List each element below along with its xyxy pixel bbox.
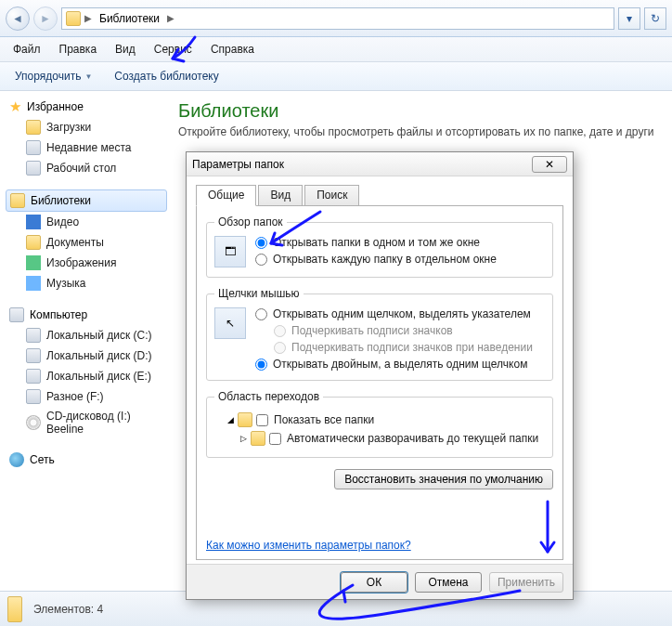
help-link[interactable]: Как можно изменить параметры папок? xyxy=(206,539,411,552)
sidebar-item-drive-e[interactable]: Локальный диск (E:) xyxy=(6,366,167,386)
music-icon xyxy=(26,276,41,291)
navpane-tree-root[interactable]: ◢ Показать все папки xyxy=(214,411,545,429)
sidebar-group-label: Компьютер xyxy=(30,308,87,321)
recent-icon xyxy=(26,140,41,155)
dialog-tabs: Общие Вид Поиск xyxy=(196,184,563,206)
sidebar-group-label: Сеть xyxy=(30,453,55,466)
sidebar-item-cd[interactable]: CD-дисковод (I:) Beeline xyxy=(6,407,167,438)
radio-input[interactable] xyxy=(255,237,267,249)
sidebar-item-drive-d[interactable]: Локальный диск (D:) xyxy=(6,346,167,366)
group-browse-folders: Обзор папок 🗔 Открывать папки в одном и … xyxy=(206,215,553,278)
menu-view[interactable]: Вид xyxy=(106,39,145,59)
sidebar-group-libraries[interactable]: Библиотеки xyxy=(6,189,167,212)
radio-input[interactable] xyxy=(255,359,267,371)
menu-help[interactable]: Справка xyxy=(201,39,264,59)
sidebar-item-label: Локальный диск (E:) xyxy=(46,370,151,383)
new-library-label: Создать библиотеку xyxy=(114,70,218,83)
check-show-all-folders[interactable]: Показать все папки xyxy=(256,413,374,426)
sidebar-group-label: Библиотеки xyxy=(31,194,91,207)
cancel-button[interactable]: Отмена xyxy=(415,572,482,593)
radio-label: Подчеркивать подписи значков xyxy=(291,324,453,337)
radio-new-window[interactable]: Открывать каждую папку в отдельном окне xyxy=(255,253,497,266)
sidebar-group-network[interactable]: Сеть xyxy=(6,450,167,470)
pictures-icon xyxy=(26,255,41,270)
sidebar-item-label: Разное (F:) xyxy=(46,390,104,403)
radio-input xyxy=(274,342,286,354)
sidebar-item-desktop[interactable]: Рабочий стол xyxy=(6,158,167,178)
page-title: Библиотеки xyxy=(178,100,661,122)
dialog-title: Параметры папок xyxy=(192,158,284,171)
sidebar-item-drive-c[interactable]: Локальный диск (C:) xyxy=(6,325,167,346)
radio-label: Подчеркивать подписи значков при наведен… xyxy=(291,341,533,354)
sidebar-item-recent[interactable]: Недавние места xyxy=(6,137,167,158)
cd-icon xyxy=(26,415,41,430)
menu-tools[interactable]: Сервис xyxy=(145,39,201,59)
sidebar-item-label: Изображения xyxy=(46,256,116,269)
radio-underline-hover: Подчеркивать подписи значков при наведен… xyxy=(255,341,533,354)
organize-button[interactable]: Упорядочить ▼ xyxy=(9,68,97,85)
navpane-tree-child[interactable]: ▷ Автоматически разворачивать до текущей… xyxy=(214,429,545,448)
breadcrumb-root[interactable]: Библиотеки xyxy=(96,12,163,25)
close-button[interactable]: ✕ xyxy=(532,156,567,173)
tree-expand-icon[interactable]: ▷ xyxy=(240,434,247,443)
sidebar-group-computer[interactable]: Компьютер xyxy=(6,305,167,325)
checkbox-input[interactable] xyxy=(256,414,268,426)
nav-back-button[interactable]: ◄ xyxy=(6,7,30,31)
radio-input[interactable] xyxy=(255,254,267,266)
folder-icon xyxy=(251,431,265,446)
sidebar-item-downloads[interactable]: Загрузки xyxy=(6,117,167,137)
checkbox-input[interactable] xyxy=(269,433,281,445)
radio-single-click[interactable]: Открывать одним щелчком, выделять указат… xyxy=(255,307,533,320)
organize-label: Упорядочить xyxy=(15,70,81,83)
drive-icon xyxy=(26,328,41,343)
sidebar-item-videos[interactable]: Видео xyxy=(6,212,167,232)
ok-button[interactable]: ОК xyxy=(341,572,407,593)
radio-input xyxy=(274,325,286,337)
sidebar-item-pictures[interactable]: Изображения xyxy=(6,253,167,273)
documents-icon xyxy=(26,235,41,250)
group-navigation-pane: Область переходов ◢ Показать все папки ▷… xyxy=(206,390,553,458)
radio-input[interactable] xyxy=(255,308,267,320)
check-label: Показать все папки xyxy=(274,413,374,426)
sidebar-item-label: Документы xyxy=(46,236,104,249)
sidebar-item-music[interactable]: Музыка xyxy=(6,273,167,293)
browse-same-window-icon: 🗔 xyxy=(214,236,246,267)
tab-general[interactable]: Общие xyxy=(196,185,256,206)
folder-icon xyxy=(66,11,81,26)
dialog-titlebar[interactable]: Параметры папок ✕ xyxy=(187,152,573,176)
new-library-button[interactable]: Создать библиотеку xyxy=(109,68,224,85)
tab-view[interactable]: Вид xyxy=(258,185,303,206)
group-click-items: Щелчки мышью ↖ Открывать одним щелчком, … xyxy=(206,287,553,381)
refresh-button[interactable]: ↻ xyxy=(644,7,666,30)
cursor-click-icon: ↖ xyxy=(214,307,246,339)
sidebar-item-label: Локальный диск (D:) xyxy=(46,349,152,362)
menubar: Файл Правка Вид Сервис Справка xyxy=(0,37,672,62)
sidebar-item-documents[interactable]: Документы xyxy=(6,232,167,253)
sidebar-item-drive-f[interactable]: Разное (F:) xyxy=(6,386,167,407)
restore-defaults-button[interactable]: Восстановить значения по умолчанию xyxy=(334,469,553,489)
menu-edit[interactable]: Правка xyxy=(50,39,107,59)
apply-button: Применить xyxy=(489,572,563,593)
folder-icon xyxy=(238,412,252,427)
nav-forward-button[interactable]: ► xyxy=(33,7,58,31)
close-icon: ✕ xyxy=(545,158,554,171)
radio-underline-always: Подчеркивать подписи значков xyxy=(255,324,533,337)
tree-collapse-icon[interactable]: ◢ xyxy=(227,415,234,424)
breadcrumb-sep-icon: ▶ xyxy=(167,13,174,23)
sidebar-group-label: Избранное xyxy=(27,100,84,113)
network-icon xyxy=(9,452,24,467)
sidebar-item-label: Локальный диск (C:) xyxy=(46,329,152,342)
dialog-footer: ОК Отмена Применить xyxy=(187,564,573,599)
command-bar: Упорядочить ▼ Создать библиотеку xyxy=(0,62,672,91)
check-auto-expand[interactable]: Автоматически разворачивать до текущей п… xyxy=(269,432,538,445)
address-dropdown-button[interactable]: ▾ xyxy=(618,7,640,30)
address-bar[interactable]: ▶ Библиотеки ▶ xyxy=(61,7,614,30)
radio-double-click[interactable]: Открывать двойным, а выделять одним щелч… xyxy=(255,358,533,371)
radio-label: Открывать одним щелчком, выделять указат… xyxy=(273,307,531,320)
sidebar-group-favorites[interactable]: ★ Избранное xyxy=(6,97,167,117)
tab-search[interactable]: Поиск xyxy=(304,185,359,206)
tabpane-general: Обзор папок 🗔 Открывать папки в одном и … xyxy=(196,206,563,560)
star-icon: ★ xyxy=(9,99,21,114)
menu-file[interactable]: Файл xyxy=(4,39,50,59)
radio-same-window[interactable]: Открывать папки в одном и том же окне xyxy=(255,236,497,249)
